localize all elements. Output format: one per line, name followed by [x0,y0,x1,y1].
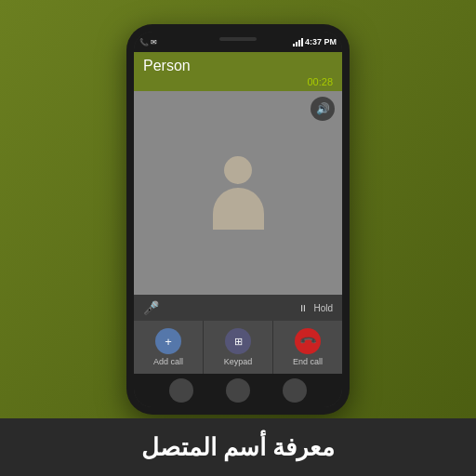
speaker-icon: 🔊 [316,102,330,115]
avatar-head [224,156,252,184]
signal-bar-2 [296,42,298,46]
phone-screen: 📞 ✉ 4:37 PM Person 00:28 [134,32,342,407]
speaker-button[interactable]: 🔊 [311,97,335,121]
bottom-bar-text: معرفة أسم المتصل [141,433,335,462]
keypad-label: Keypad [224,357,253,366]
hold-controls: ⏸ Hold [298,303,333,313]
caller-name: Person [143,58,333,74]
avatar-area: 🔊 [134,91,342,295]
hold-label: Hold [313,303,333,313]
signal-bar-1 [293,44,295,46]
add-call-plus-icon: + [165,335,172,349]
signal-bars [293,37,303,46]
add-call-button[interactable]: + Add call [134,321,204,374]
status-time: 4:37 PM [305,37,337,46]
pause-icon[interactable]: ⏸ [298,303,308,313]
avatar-body [213,188,264,230]
add-call-label: Add call [153,357,183,366]
phone-device: 📞 ✉ 4:37 PM Person 00:28 [126,24,350,415]
keypad-button[interactable]: ⊞ Keypad [204,321,273,374]
call-header: Person 00:28 [134,52,342,91]
signal-bar-4 [301,38,303,46]
controls-row: 🎤 ⏸ Hold [134,295,342,321]
end-call-phone-icon: 📞 [298,332,318,351]
keypad-icon: ⊞ [225,328,251,354]
status-icons-left: 📞 ✉ [139,38,157,46]
call-timer: 00:28 [143,76,333,87]
end-call-label: End call [293,357,323,366]
signal-bar-3 [298,40,300,46]
nav-dots [134,374,342,407]
mute-icon[interactable]: 🎤 [143,300,159,315]
avatar-silhouette [205,156,271,231]
status-bar: 📞 ✉ 4:37 PM [134,32,342,52]
nav-dot-recent[interactable] [283,378,307,403]
keypad-grid-icon: ⊞ [234,336,243,348]
end-call-button[interactable]: 📞 End call [273,321,342,374]
envelope-icon: ✉ [151,38,157,46]
add-call-icon: + [155,328,181,354]
bottom-bar: معرفة أسم المتصل [0,418,476,476]
nav-dot-home[interactable] [226,378,250,403]
phone-status-icon: 📞 [139,38,149,46]
action-buttons: + Add call ⊞ Keypad 📞 End call [134,321,342,374]
page-wrapper: 📞 ✉ 4:37 PM Person 00:28 [0,0,476,476]
nav-dot-back[interactable] [169,378,193,403]
end-call-icon: 📞 [295,328,321,354]
speaker-top [219,37,257,41]
status-icons-right: 4:37 PM [293,37,337,46]
